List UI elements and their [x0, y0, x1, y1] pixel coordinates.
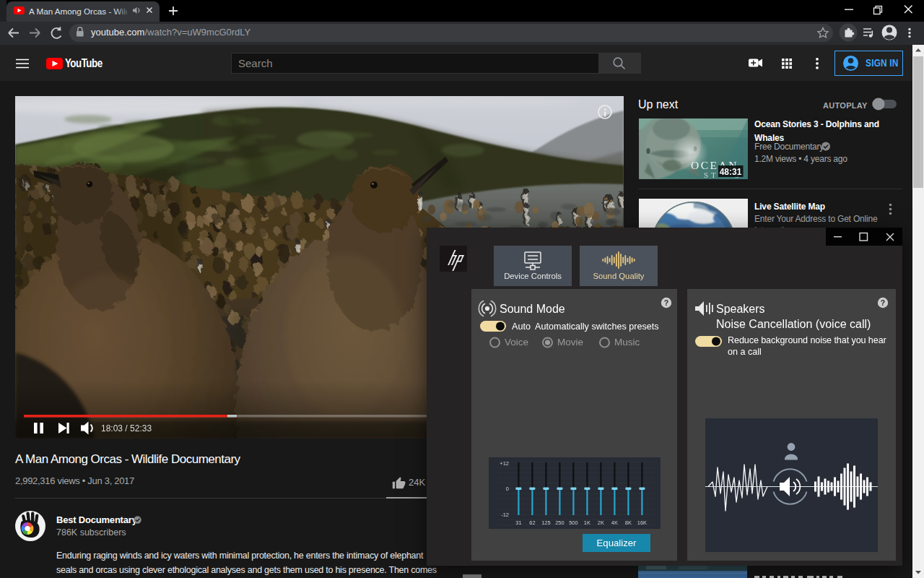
svg-text:ST: ST: [704, 171, 719, 179]
svg-text:Equalizer: Equalizer: [597, 538, 637, 548]
svg-text:Music: Music: [614, 337, 640, 348]
svg-text:?: ?: [664, 298, 668, 307]
svg-text:Reduce background noise that y: Reduce background noise that you hear: [728, 335, 886, 345]
svg-text:Sound Mode: Sound Mode: [500, 303, 565, 315]
svg-text:Automatically switches presets: Automatically switches presets: [535, 322, 658, 332]
svg-text:125: 125: [541, 519, 551, 526]
svg-text:+12: +12: [500, 460, 509, 467]
svg-text:500: 500: [569, 519, 578, 526]
svg-text:?: ?: [881, 298, 885, 307]
svg-text:Movie: Movie: [557, 337, 583, 348]
svg-text:Device Controls: Device Controls: [504, 272, 562, 280]
svg-text:Speakers: Speakers: [716, 303, 765, 315]
svg-text:8K: 8K: [625, 519, 632, 526]
svg-text:48:31: 48:31: [720, 167, 742, 177]
svg-text:62: 62: [529, 519, 535, 526]
svg-text:1K: 1K: [584, 519, 590, 526]
svg-text:-12: -12: [501, 512, 509, 518]
svg-text:2K: 2K: [598, 519, 604, 526]
svg-text:16K: 16K: [637, 519, 647, 526]
svg-text:Sound Quality: Sound Quality: [593, 272, 645, 280]
svg-text:Noise Cancellation (voice call: Noise Cancellation (voice call): [716, 318, 871, 330]
svg-text:Auto: Auto: [512, 322, 531, 332]
svg-text:Voice: Voice: [505, 337, 528, 348]
svg-text:31: 31: [515, 519, 521, 526]
svg-text:on a call: on a call: [728, 347, 762, 357]
svg-text:0: 0: [506, 486, 509, 492]
svg-text:4K: 4K: [611, 519, 618, 526]
svg-text:250: 250: [555, 519, 565, 526]
